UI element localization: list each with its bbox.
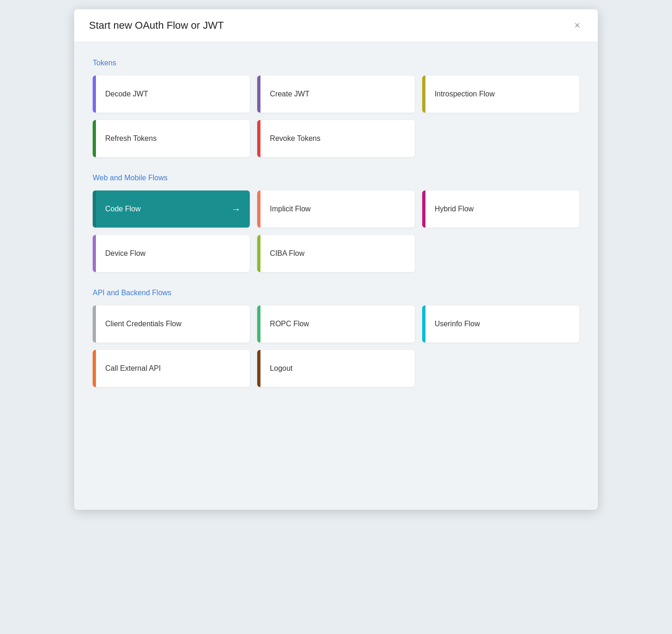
section-title-web-mobile: Web and Mobile Flows (93, 174, 579, 182)
card-call-external-api[interactable]: Call External API (93, 350, 250, 387)
card-code-flow[interactable]: Code Flow→ (93, 190, 250, 228)
card-accent-create-jwt (257, 76, 260, 113)
modal: Start new OAuth Flow or JWT × TokensDeco… (74, 9, 598, 510)
card-accent-decode-jwt (93, 76, 96, 113)
section-web-mobile: Web and Mobile FlowsCode Flow→Implicit F… (93, 174, 579, 272)
card-content-refresh-tokens: Refresh Tokens (96, 120, 250, 157)
card-logout[interactable]: Logout (257, 350, 414, 387)
card-arrow-code-flow: → (231, 204, 241, 215)
card-label-device-flow: Device Flow (105, 249, 146, 258)
card-content-ciba-flow: CIBA Flow (260, 235, 414, 272)
card-content-create-jwt: Create JWT (260, 76, 414, 113)
card-accent-logout (257, 350, 260, 387)
card-accent-refresh-tokens (93, 120, 96, 157)
cards-grid-web-mobile: Code Flow→Implicit FlowHybrid FlowDevice… (93, 190, 579, 272)
card-content-logout: Logout (260, 350, 414, 387)
card-implicit-flow[interactable]: Implicit Flow (257, 190, 414, 228)
card-ropc-flow[interactable]: ROPC Flow (257, 305, 414, 342)
card-label-introspection-flow: Introspection Flow (435, 90, 495, 98)
card-content-code-flow: Code Flow→ (96, 190, 250, 228)
card-content-hybrid-flow: Hybrid Flow (425, 190, 579, 228)
card-content-decode-jwt: Decode JWT (96, 76, 250, 113)
card-accent-ciba-flow (257, 235, 260, 272)
card-accent-revoke-tokens (257, 120, 260, 157)
empty-cell-empty2 (422, 235, 579, 272)
card-label-implicit-flow: Implicit Flow (270, 205, 311, 213)
section-title-tokens: Tokens (93, 59, 579, 67)
close-button[interactable]: × (571, 19, 583, 32)
empty-cell-empty1 (422, 120, 579, 157)
card-accent-hybrid-flow (422, 190, 425, 228)
card-label-code-flow: Code Flow (105, 205, 140, 213)
card-content-device-flow: Device Flow (96, 235, 250, 272)
card-accent-ropc-flow (257, 305, 260, 342)
empty-cell-empty3 (422, 350, 579, 387)
card-introspection-flow[interactable]: Introspection Flow (422, 76, 579, 113)
card-label-userinfo-flow: Userinfo Flow (435, 320, 480, 328)
card-label-revoke-tokens: Revoke Tokens (270, 134, 320, 143)
modal-title: Start new OAuth Flow or JWT (89, 19, 224, 32)
card-accent-call-external-api (93, 350, 96, 387)
card-content-call-external-api: Call External API (96, 350, 250, 387)
card-accent-device-flow (93, 235, 96, 272)
card-refresh-tokens[interactable]: Refresh Tokens (93, 120, 250, 157)
card-content-client-credentials: Client Credentials Flow (96, 305, 250, 342)
card-label-refresh-tokens: Refresh Tokens (105, 134, 157, 143)
section-tokens: TokensDecode JWTCreate JWTIntrospection … (93, 59, 579, 157)
card-userinfo-flow[interactable]: Userinfo Flow (422, 305, 579, 342)
card-label-logout: Logout (270, 364, 292, 373)
card-client-credentials[interactable]: Client Credentials Flow (93, 305, 250, 342)
card-label-ciba-flow: CIBA Flow (270, 249, 304, 258)
cards-grid-tokens: Decode JWTCreate JWTIntrospection FlowRe… (93, 76, 579, 157)
card-accent-userinfo-flow (422, 305, 425, 342)
card-accent-client-credentials (93, 305, 96, 342)
card-accent-code-flow (93, 190, 96, 228)
card-ciba-flow[interactable]: CIBA Flow (257, 235, 414, 272)
section-title-api-backend: API and Backend Flows (93, 289, 579, 297)
card-accent-introspection-flow (422, 76, 425, 113)
card-label-call-external-api: Call External API (105, 364, 161, 373)
card-content-implicit-flow: Implicit Flow (260, 190, 414, 228)
card-content-revoke-tokens: Revoke Tokens (260, 120, 414, 157)
card-create-jwt[interactable]: Create JWT (257, 76, 414, 113)
card-label-create-jwt: Create JWT (270, 90, 309, 98)
cards-grid-api-backend: Client Credentials FlowROPC FlowUserinfo… (93, 305, 579, 387)
card-revoke-tokens[interactable]: Revoke Tokens (257, 120, 414, 157)
section-api-backend: API and Backend FlowsClient Credentials … (93, 289, 579, 387)
card-content-userinfo-flow: Userinfo Flow (425, 305, 579, 342)
card-label-ropc-flow: ROPC Flow (270, 320, 309, 328)
card-content-ropc-flow: ROPC Flow (260, 305, 414, 342)
modal-body: TokensDecode JWTCreate JWTIntrospection … (74, 42, 598, 420)
card-hybrid-flow[interactable]: Hybrid Flow (422, 190, 579, 228)
card-label-hybrid-flow: Hybrid Flow (435, 205, 474, 213)
card-device-flow[interactable]: Device Flow (93, 235, 250, 272)
card-label-decode-jwt: Decode JWT (105, 90, 148, 98)
card-decode-jwt[interactable]: Decode JWT (93, 76, 250, 113)
card-label-client-credentials: Client Credentials Flow (105, 320, 182, 328)
card-content-introspection-flow: Introspection Flow (425, 76, 579, 113)
modal-header: Start new OAuth Flow or JWT × (74, 9, 598, 42)
card-accent-implicit-flow (257, 190, 260, 228)
